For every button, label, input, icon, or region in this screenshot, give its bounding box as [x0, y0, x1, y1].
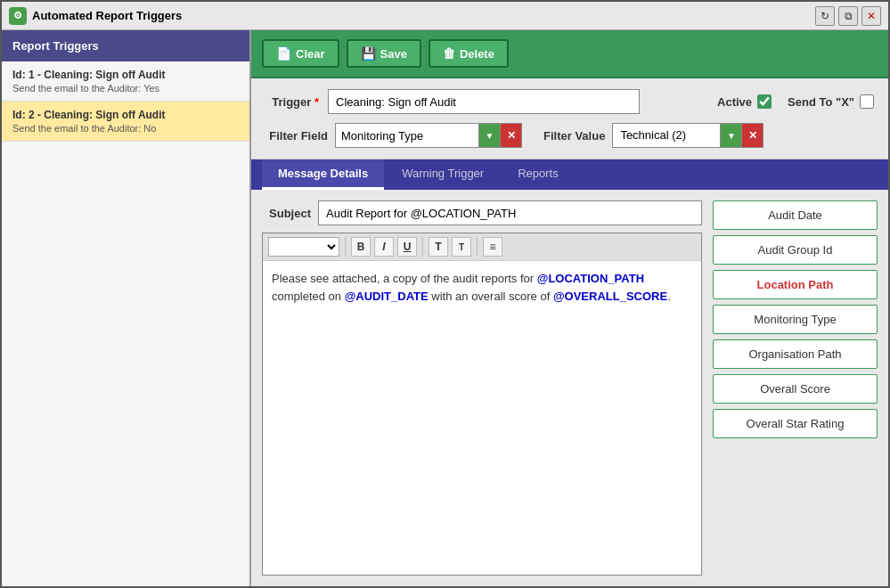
editor-text-2: completed on — [272, 290, 345, 303]
filter-field-clear-btn[interactable]: ✕ — [500, 124, 521, 147]
sidebar-item-2[interactable]: Id: 2 - Cleaning: Sign off Audit Send th… — [2, 102, 249, 142]
subject-row: Subject — [262, 200, 702, 225]
filter-value-display: Technical (2) — [613, 124, 720, 147]
editor-body[interactable]: Please see attached, a copy of the audit… — [263, 261, 701, 575]
tab-warning-trigger[interactable]: Warning Trigger — [386, 159, 500, 190]
editor-underline-btn[interactable]: U — [397, 237, 417, 257]
editor-sep-1 — [345, 238, 346, 256]
editor-align-btn[interactable]: ≡ — [483, 237, 502, 257]
filter-value-dropdown-btn[interactable]: ▼ — [720, 124, 741, 147]
editor-var-audit-date: @AUDIT_DATE — [345, 290, 429, 303]
active-row: Active Send To "X" — [717, 94, 874, 109]
subject-label: Subject — [262, 207, 311, 220]
field-btn-overall-score[interactable]: Overall Score — [713, 374, 878, 404]
filter-field-select[interactable]: Monitoring Type — [336, 124, 478, 147]
clear-button[interactable]: 📄 Clear — [262, 39, 339, 68]
filter-field-wrapper: Monitoring Type ▼ ✕ — [335, 123, 522, 148]
trigger-label: Trigger — [265, 95, 319, 109]
send-to-label: Send To "X" — [788, 95, 854, 109]
main-content: Report Triggers Id: 1 - Cleaning: Sign o… — [2, 30, 888, 586]
close-button[interactable]: ✕ — [861, 6, 881, 26]
send-to-checkbox[interactable] — [860, 94, 874, 109]
sidebar-item-2-subtitle: Send the email to the Auditor: No — [12, 123, 239, 134]
clear-icon: 📄 — [276, 46, 291, 61]
field-buttons: Audit Date Audit Group Id Location Path … — [713, 200, 878, 576]
tab-message-details[interactable]: Message Details — [262, 159, 384, 190]
tab-content-message-details: Subject B I U — [251, 190, 888, 586]
editor-wrapper: B I U T T ≡ Please see attached, a copy … — [262, 233, 702, 576]
active-label: Active — [717, 95, 752, 109]
editor-format-btn1[interactable]: T — [429, 237, 448, 257]
editor-section: Subject B I U — [262, 200, 702, 576]
app-icon: ⚙ — [9, 7, 27, 25]
editor-format-btn2[interactable]: T — [452, 237, 471, 257]
field-btn-audit-group-id[interactable]: Audit Group Id — [713, 235, 878, 265]
editor-text-3: with an overall score of — [429, 290, 553, 303]
field-btn-audit-date[interactable]: Audit Date — [713, 200, 878, 230]
tabs-bar: Message Details Warning Trigger Reports — [251, 159, 888, 190]
filter-value-wrapper: Technical (2) ▼ ✕ — [612, 123, 763, 148]
editor-var-overall-score: @OVERALL_SCORE — [553, 290, 667, 303]
sidebar-item-1-subtitle: Send the email to the Auditor: Yes — [12, 83, 239, 94]
sidebar: Report Triggers Id: 1 - Cleaning: Sign o… — [2, 30, 251, 586]
trigger-input[interactable] — [328, 89, 640, 114]
sidebar-item-1-title: Id: 1 - Cleaning: Sign off Audit — [12, 69, 239, 81]
tab-reports[interactable]: Reports — [502, 159, 575, 190]
field-btn-location-path[interactable]: Location Path — [713, 270, 878, 299]
field-btn-overall-star-rating[interactable]: Overall Star Rating — [713, 409, 878, 438]
editor-font-select[interactable] — [268, 237, 339, 257]
save-icon: 💾 — [361, 46, 376, 61]
sidebar-header: Report Triggers — [2, 30, 249, 61]
editor-text-1: Please see attached, a copy of the audit… — [272, 272, 537, 285]
editor-sep-3 — [477, 238, 478, 256]
toolbar: 📄 Clear 💾 Save 🗑 Delete — [251, 30, 888, 78]
subject-input[interactable] — [318, 200, 702, 225]
trigger-row: Trigger Active Send To "X" — [265, 89, 874, 114]
save-button[interactable]: 💾 Save — [347, 39, 421, 68]
field-btn-organisation-path[interactable]: Organisation Path — [713, 339, 878, 369]
form-area: Trigger Active Send To "X" Filter Field … — [251, 78, 888, 159]
editor-bold-btn[interactable]: B — [351, 237, 371, 257]
editor-text-4: . — [667, 290, 671, 303]
window-title: Automated Report Triggers — [32, 9, 810, 22]
filter-row: Filter Field Monitoring Type ▼ ✕ Filter … — [265, 123, 874, 148]
refresh-button[interactable]: ↻ — [815, 6, 835, 26]
right-panel: 📄 Clear 💾 Save 🗑 Delete Trigger — [251, 30, 888, 586]
editor-toolbar: B I U T T ≡ — [263, 233, 701, 261]
field-btn-monitoring-type[interactable]: Monitoring Type — [713, 305, 878, 334]
sidebar-item-2-title: Id: 2 - Cleaning: Sign off Audit — [12, 109, 239, 121]
filter-field-label: Filter Field — [265, 129, 328, 143]
main-window: ⚙ Automated Report Triggers ↻ ⧉ ✕ Report… — [0, 0, 890, 588]
editor-sep-2 — [422, 238, 423, 256]
editor-var-location-path: @LOCATION_PATH — [537, 272, 644, 285]
window-controls: ↻ ⧉ ✕ — [815, 6, 881, 26]
delete-icon: 🗑 — [443, 46, 455, 61]
sidebar-item-1[interactable]: Id: 1 - Cleaning: Sign off Audit Send th… — [2, 61, 249, 102]
filter-value-clear-btn[interactable]: ✕ — [741, 124, 763, 147]
resize-button[interactable]: ⧉ — [838, 6, 858, 26]
filter-field-dropdown-btn[interactable]: ▼ — [478, 124, 500, 147]
filter-value-label: Filter Value — [543, 129, 605, 143]
title-bar: ⚙ Automated Report Triggers ↻ ⧉ ✕ — [2, 2, 888, 30]
active-checkbox[interactable] — [757, 94, 772, 109]
delete-button[interactable]: 🗑 Delete — [429, 39, 509, 68]
editor-italic-btn[interactable]: I — [374, 237, 394, 257]
